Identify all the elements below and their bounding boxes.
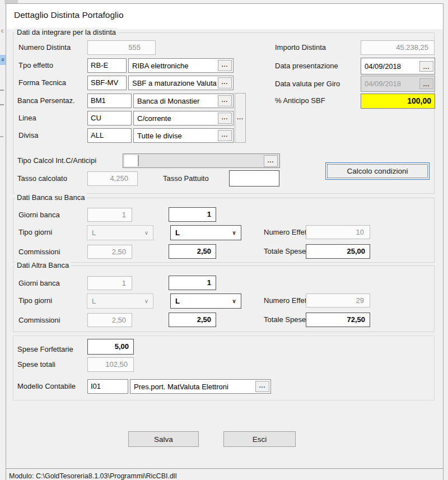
g2-giorni-banca-input[interactable]: 1 xyxy=(169,207,216,222)
g2-totale-spese-label: Totale Spese xyxy=(264,244,306,259)
group-dati-banca-su-banca-title: Dati Banca su Banca xyxy=(15,193,87,202)
data-presentazione-label: Data presentazione xyxy=(275,59,338,73)
banca-presentaz-desc-text: Banca di Monastier xyxy=(134,97,218,105)
forma-tecnica-code-input[interactable]: SBF-MV xyxy=(87,76,127,90)
banca-presentaz-label: Banca Persentaz. xyxy=(17,94,75,108)
tipo-effetto-label: Tpo effetto xyxy=(18,58,53,73)
forma-tecnica-lookup-button[interactable]: ... xyxy=(218,77,232,88)
banca-presentaz-lookup-button[interactable]: ... xyxy=(218,95,232,106)
g2-tipo-giorni-label: Tipo giorni xyxy=(18,225,52,240)
modello-contabile-desc-field: Pres.port. MatValuta Elettroni ... xyxy=(130,379,271,394)
g2-tipo-giorni-readonly-combo: L ∨ xyxy=(87,225,153,240)
anticipo-sbf-field[interactable]: 100,00 xyxy=(361,94,435,109)
data-valuta-giro-value: 04/09/2018 xyxy=(362,80,419,88)
data-presentazione-field[interactable]: 04/09/2018 ... xyxy=(361,58,435,74)
g3-giorni-banca-readonly: 1 xyxy=(87,276,132,290)
chevron-down-icon: ∨ xyxy=(232,298,236,304)
dialog-title: Dettaglio Distinta Portafoglio xyxy=(14,10,124,20)
g2-giorni-banca-readonly: 1 xyxy=(87,208,132,222)
banca-presentaz-desc-field: Banca di Monastier ... xyxy=(133,94,234,108)
g2-tipo-giorni-readonly-value: L xyxy=(92,229,96,237)
g2-commissioni-input[interactable]: 2,50 xyxy=(169,244,216,259)
group-dati-altra-banca-title: Dati Altra Banca xyxy=(15,261,71,269)
g3-numero-effetti-field: 29 xyxy=(306,293,370,307)
g3-giorni-banca-input[interactable]: 1 xyxy=(169,276,216,290)
spese-forfettarie-label: Spese Forfettarie xyxy=(17,342,73,357)
g2-numero-effetti-field: 10 xyxy=(306,225,370,239)
tipo-calcolo-lookup-button[interactable]: ... xyxy=(264,155,278,167)
chevron-down-icon: ∨ xyxy=(232,230,236,236)
g2-tipo-giorni-value: L xyxy=(175,229,180,237)
multi-lookup-button[interactable]: ... xyxy=(235,93,246,143)
modello-contabile-label: Modello Contabile xyxy=(17,379,76,394)
esci-button[interactable]: Esci xyxy=(223,431,296,447)
spese-totali-field: 102,50 xyxy=(87,357,134,372)
divisa-lookup-button[interactable]: ... xyxy=(218,130,232,141)
screen: c 8 Dettaglio Distinta Portafoglio Dati … xyxy=(0,0,448,480)
g2-numero-effetti-label: Numero Effetti xyxy=(264,225,310,240)
salva-button[interactable]: Salva xyxy=(128,431,199,447)
status-module-path: Modulo: C:\GoldTesoreria8.1.03\Programmi… xyxy=(9,472,176,480)
modello-contabile-code-input[interactable]: I01 xyxy=(87,379,128,394)
tasso-calcolato-field: 4,250 xyxy=(87,171,138,186)
g2-giorni-banca-label: Giorni banca xyxy=(18,208,60,222)
tipo-effetto-code-input[interactable]: RB-E xyxy=(87,58,127,73)
tipo-calcolo-code-input[interactable] xyxy=(124,155,139,166)
background-selection-fragment: 8 xyxy=(0,55,6,65)
linea-desc-text: C/corrente xyxy=(134,114,218,123)
dettaglio-distinta-dialog: Dettaglio Distinta Portafoglio Dati da i… xyxy=(6,3,444,480)
g3-tipo-giorni-readonly-value: L xyxy=(92,297,96,305)
forma-tecnica-desc-text: SBF a maturazione Valuta xyxy=(129,79,218,87)
modello-contabile-desc-text: Pres.port. MatValuta Elettroni xyxy=(130,383,255,391)
g3-tipo-giorni-combo[interactable]: L ∨ xyxy=(170,293,241,309)
status-bar: Modulo: C:\GoldTesoreria8.1.03\Programmi… xyxy=(6,468,443,480)
g3-commissioni-label: Commissioni xyxy=(18,313,60,328)
linea-label: Linea xyxy=(18,111,36,125)
linea-desc-field: C/corrente ... xyxy=(133,111,234,125)
group-dati-distinta-title: Dati da integrare per la distinta xyxy=(15,28,118,36)
modello-contabile-lookup-button[interactable]: ... xyxy=(255,381,269,392)
g3-commissioni-input[interactable]: 2,50 xyxy=(169,313,216,327)
tasso-pattuito-input[interactable] xyxy=(229,170,279,187)
calcolo-condizioni-button-label: Calcolo condizioni xyxy=(327,164,428,178)
spese-forfettarie-input[interactable]: 5,00 xyxy=(87,339,134,355)
tipo-effetto-lookup-button[interactable]: ... xyxy=(218,60,232,71)
tipo-effetto-desc-text: RIBA elettroniche xyxy=(129,62,218,70)
forma-tecnica-desc-field: SBF a maturazione Valuta ... xyxy=(128,76,234,90)
numero-distinta-field: 555 xyxy=(87,40,156,55)
g2-tipo-giorni-combo[interactable]: L ∨ xyxy=(170,225,241,240)
g2-totale-spese-input[interactable]: 25,00 xyxy=(306,244,370,259)
g3-tipo-giorni-readonly-combo: L ∨ xyxy=(87,293,153,309)
g3-numero-effetti-label: Numero Effetti xyxy=(264,293,310,308)
data-presentazione-value[interactable]: 04/09/2018 xyxy=(362,62,419,71)
data-valuta-giro-field: 04/09/2018 ... xyxy=(361,76,435,92)
g3-tipo-giorni-value: L xyxy=(175,297,180,305)
g3-totale-spese-label: Totale Spese xyxy=(264,313,306,327)
linea-code-input[interactable]: CU xyxy=(87,111,132,125)
tasso-calcolato-label: Tasso calcolato xyxy=(17,171,67,186)
background-tick xyxy=(0,136,3,137)
tipo-calcolo-field: ... xyxy=(123,153,280,168)
background-tick xyxy=(0,90,4,91)
numero-distinta-label: Numero Distinta xyxy=(18,40,71,55)
data-valuta-giro-label: Data valuta per Giro xyxy=(275,77,340,91)
dialog-titlebar: Dettaglio Distinta Portafoglio xyxy=(7,4,443,29)
tipo-effetto-desc-field: RIBA elettroniche ... xyxy=(128,58,234,73)
g3-commissioni-readonly: 2,50 xyxy=(87,313,132,327)
tasso-pattuito-label: Tasso Pattuito xyxy=(163,171,209,186)
banca-presentaz-code-input[interactable]: BM1 xyxy=(87,94,132,108)
g3-totale-spese-input[interactable]: 72,50 xyxy=(306,313,370,327)
anticipo-sbf-label: % Anticipo SBF xyxy=(275,94,325,108)
calcolo-condizioni-button[interactable]: Calcolo condizioni xyxy=(325,162,430,180)
g3-giorni-banca-label: Giorni banca xyxy=(18,276,60,291)
data-valuta-giro-calendar-button[interactable]: ... xyxy=(419,78,433,89)
importo-distinta-label: Importo Distinta xyxy=(275,40,326,55)
background-text-fragment: c xyxy=(1,28,4,34)
divisa-code-input[interactable]: ALL xyxy=(87,128,132,143)
linea-lookup-button[interactable]: ... xyxy=(218,113,232,124)
forma-tecnica-label: Forma Tecnica xyxy=(18,76,66,90)
chevron-down-icon: ∨ xyxy=(144,230,148,236)
importo-distinta-field: 45.238,25 xyxy=(361,40,435,55)
data-presentazione-calendar-button[interactable]: ... xyxy=(419,61,433,72)
chevron-down-icon: ∨ xyxy=(144,298,148,304)
